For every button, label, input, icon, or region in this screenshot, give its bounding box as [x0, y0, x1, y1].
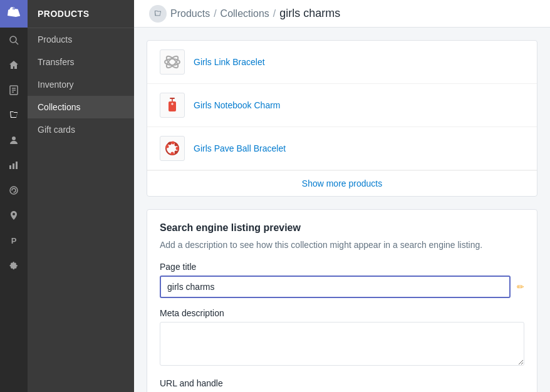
sidebar-item-collections[interactable]: Collections — [28, 96, 134, 118]
svg-rect-14 — [170, 98, 175, 99]
search-icon[interactable] — [0, 28, 28, 53]
page-title-row: ✏ — [160, 276, 524, 298]
product-thumb-1 — [160, 49, 185, 75]
breadcrumb-sep1: / — [214, 8, 216, 19]
location-icon[interactable] — [0, 203, 28, 228]
svg-line-1 — [16, 42, 18, 44]
breadcrumb-sep2: / — [273, 8, 276, 19]
breadcrumb-icon — [149, 5, 167, 23]
home-icon[interactable] — [0, 53, 28, 78]
settings-icon[interactable] — [0, 253, 28, 278]
sidebar-item-products[interactable]: Products — [28, 28, 134, 51]
svg-point-23 — [175, 143, 178, 147]
product-item-1: Girls Link Bracelet — [147, 41, 537, 84]
page-title-field-group: Page title ✏ — [160, 262, 524, 298]
svg-point-21 — [169, 142, 172, 145]
products-section: Girls Link Bracelet Girls Notebook Charm — [147, 40, 537, 197]
content-area: Girls Link Bracelet Girls Notebook Charm — [134, 40, 550, 392]
products-icon[interactable] — [0, 103, 28, 128]
pinterest-icon[interactable]: P — [0, 228, 28, 253]
product-name-1[interactable]: Girls Link Bracelet — [194, 57, 265, 67]
sidebar-item-gift-cards[interactable]: Gift cards — [28, 118, 134, 141]
meta-description-label: Meta description — [160, 308, 524, 318]
main-content: Products / Collections / girls charms Gi… — [134, 0, 550, 392]
customers-icon[interactable] — [0, 128, 28, 153]
breadcrumb-products[interactable]: Products — [170, 8, 210, 19]
sidebar-item-inventory[interactable]: Inventory — [28, 73, 134, 96]
svg-rect-9 — [16, 162, 18, 169]
product-name-3[interactable]: Girls Pave Ball Bracelet — [194, 143, 286, 153]
analytics-icon[interactable] — [0, 153, 28, 178]
url-handle-label: URL and handle — [160, 378, 524, 388]
breadcrumb-current: girls charms — [279, 7, 340, 20]
meta-description-input[interactable] — [160, 322, 524, 366]
page-title-input[interactable] — [160, 276, 511, 298]
breadcrumb-collections[interactable]: Collections — [221, 8, 269, 19]
product-thumb-2 — [160, 93, 185, 118]
svg-point-26 — [171, 152, 174, 155]
svg-point-24 — [176, 147, 179, 150]
orders-icon[interactable] — [0, 78, 28, 103]
svg-point-0 — [10, 36, 16, 43]
show-more-products[interactable]: Show more products — [147, 170, 537, 196]
product-thumb-3 — [160, 136, 185, 161]
seo-section-description: Add a description to see how this collec… — [160, 239, 524, 252]
marketing-icon[interactable] — [0, 178, 28, 203]
svg-point-6 — [12, 137, 16, 140]
product-name-2[interactable]: Girls Notebook Charm — [194, 100, 281, 110]
seo-section: Search engine listing preview Add a desc… — [147, 209, 537, 392]
seo-section-title: Search engine listing preview — [160, 222, 524, 234]
svg-rect-7 — [9, 165, 11, 169]
svg-point-10 — [10, 187, 18, 194]
icon-rail: P — [0, 0, 28, 392]
page-title-label: Page title — [160, 262, 524, 272]
edit-icon: ✏ — [517, 282, 524, 292]
svg-point-22 — [172, 142, 175, 145]
topbar: Products / Collections / girls charms — [134, 0, 550, 28]
svg-point-25 — [175, 151, 178, 154]
url-handle-field-group: URL and handle http://altruette.com/coll… — [160, 378, 524, 392]
shopify-logo[interactable] — [0, 0, 28, 28]
breadcrumb: Products / Collections / girls charms — [149, 5, 340, 23]
svg-rect-8 — [13, 163, 14, 169]
sidebar-header: Products — [28, 0, 134, 28]
meta-description-field-group: Meta description — [160, 308, 524, 368]
svg-point-20 — [166, 145, 169, 148]
sidebar-item-transfers[interactable]: Transfers — [28, 51, 134, 73]
sidebar: Products Products Transfers Inventory Co… — [28, 0, 134, 392]
product-item-2: Girls Notebook Charm — [147, 84, 537, 127]
product-item-3: Girls Pave Ball Bracelet — [147, 127, 537, 170]
